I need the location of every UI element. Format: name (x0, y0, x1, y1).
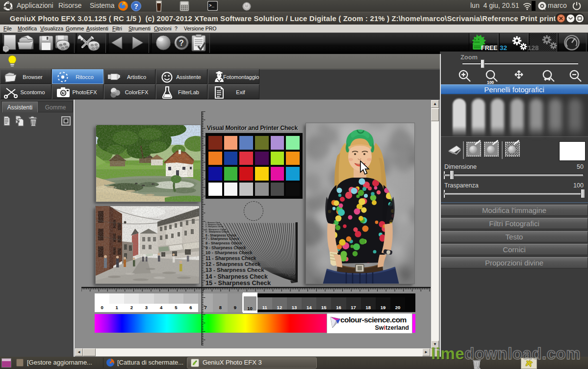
svg-text:32: 32 (500, 44, 507, 52)
svg-text:?: ? (134, 2, 138, 10)
svg-text:?: ? (179, 39, 184, 47)
svg-text:FREE: FREE (481, 45, 497, 52)
svg-text:128: 128 (528, 44, 539, 52)
svg-text:>_: >_ (209, 3, 214, 8)
